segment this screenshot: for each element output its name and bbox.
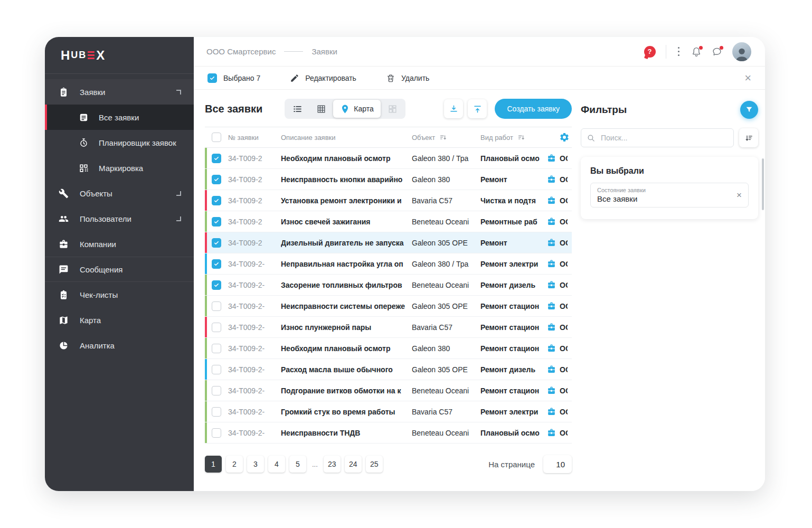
per-page-input[interactable] [543, 455, 572, 473]
pagination-page-3[interactable]: 3 [247, 456, 264, 473]
sort-icon[interactable] [439, 134, 447, 142]
kanban-view-icon[interactable] [381, 100, 404, 118]
chevron-expand-icon[interactable] [176, 191, 181, 196]
row-checkbox[interactable] [212, 154, 221, 163]
sidebar-item-chek-listy[interactable]: Чек-листы [45, 282, 194, 307]
selected-filters-title: Вы выбрали [590, 166, 749, 176]
sidebar-item-kompanii[interactable]: Компании [45, 231, 194, 257]
pagination-page-2[interactable]: 2 [226, 456, 243, 473]
pagination-page-25[interactable]: 25 [366, 456, 383, 473]
row-checkbox[interactable] [212, 407, 221, 417]
column-work-type-label: Вид работ [480, 134, 513, 142]
table-row[interactable]: 34-T009-2-Неисправности ТНДВBeneteau Oce… [205, 422, 572, 444]
sidebar-item-polzovateli[interactable]: Пользователи [45, 206, 194, 231]
filter-funnel-button[interactable] [740, 101, 758, 119]
row-checkbox[interactable] [212, 175, 221, 184]
filter-chip: Состояние заявки Все заявки × [590, 183, 749, 208]
user-avatar[interactable] [732, 42, 751, 61]
request-description: Дизельный двигатель не запуска [281, 239, 412, 247]
pagination-page-1[interactable]: 1 [205, 456, 222, 473]
row-checkbox[interactable] [212, 323, 221, 332]
pagination-page-4[interactable]: 4 [268, 456, 285, 473]
request-company-name: ООО [560, 218, 568, 226]
grid-view-icon[interactable] [309, 100, 333, 118]
briefcase-small-icon [547, 259, 556, 268]
download-button[interactable] [444, 99, 463, 118]
close-icon[interactable]: × [744, 72, 751, 84]
sort-button[interactable] [739, 128, 758, 147]
sidebar-item-karta[interactable]: Карта [45, 307, 194, 333]
table-row[interactable]: 34-T009-2-Неправильная настройка угла оп… [205, 253, 572, 275]
table-row[interactable]: 34-T009-2-Необходим плановый осмотрGaleo… [205, 338, 572, 359]
pagination-page-23[interactable]: 23 [324, 456, 341, 473]
chevron-collapse-icon[interactable] [176, 90, 181, 95]
column-settings-gear-icon[interactable] [559, 132, 572, 143]
table-row[interactable]: 34-T009-2-Засорение топливных фильтровBe… [205, 275, 572, 296]
column-request-id[interactable]: № заявки [228, 134, 281, 142]
row-checkbox[interactable] [212, 217, 221, 227]
row-checkbox[interactable] [212, 301, 221, 311]
app-window: HUBX ЗаявкиВсе заявкиПланировщик заявокМ… [45, 37, 765, 491]
row-checkbox[interactable] [212, 259, 221, 269]
column-object[interactable]: Объект [412, 134, 480, 142]
list-view-icon[interactable] [286, 100, 309, 118]
header-checkbox[interactable] [212, 133, 221, 142]
sidebar: HUBX ЗаявкиВсе заявкиПланировщик заявокМ… [45, 37, 194, 491]
request-id: 34-T009-2 [228, 196, 281, 205]
table-row[interactable]: 34-T009-2-Расход масла выше обычногоGale… [205, 359, 572, 380]
sidebar-item-vse-zayavki[interactable]: Все заявки [45, 105, 194, 130]
column-description[interactable]: Описание заявки [281, 134, 412, 142]
sidebar-item-planirovshchik[interactable]: Планировщик заявок [45, 130, 194, 155]
kebab-menu-icon[interactable] [676, 45, 682, 58]
table-row[interactable]: 34-T009-2Дизельный двигатель не запускаG… [205, 232, 572, 253]
request-description: Громкий стук во время работы [281, 408, 412, 416]
sidebar-item-obekty[interactable]: Объекты [45, 181, 194, 206]
table-row[interactable]: 34-T009-2Износ свечей зажиганияBeneteau … [205, 211, 572, 232]
table-row[interactable]: 34-T009-2Необходим плановый осмотрGaleon… [205, 148, 572, 169]
row-checkbox[interactable] [212, 344, 221, 353]
table-row[interactable]: 34-T009-2Установка ремонт электроники иB… [205, 190, 572, 211]
request-object: Beneteau Oceani [412, 281, 480, 289]
messages-bubble-icon[interactable] [712, 46, 722, 57]
table-row[interactable]: 34-T009-2-Неисправности системы опережеG… [205, 296, 572, 317]
create-request-button[interactable]: Создать заявку [495, 99, 572, 119]
edit-button[interactable]: Редактировать [290, 73, 356, 83]
scrollbar[interactable] [762, 158, 764, 210]
request-company: ООО [547, 175, 572, 184]
sidebar-item-analitka[interactable]: Аналитка [45, 333, 194, 358]
request-description: Необходим плановый осмотр [281, 154, 412, 163]
sidebar-item-label: Чек-листы [80, 290, 118, 299]
upload-button[interactable] [468, 99, 487, 118]
chip-remove-icon[interactable]: × [737, 191, 742, 200]
sidebar-item-zayavki[interactable]: Заявки [45, 79, 194, 105]
row-checkbox[interactable] [212, 365, 221, 374]
sidebar-item-markirovka[interactable]: Маркировка [45, 155, 194, 181]
help-icon[interactable]: ? [644, 46, 656, 58]
pagination-page-5[interactable]: 5 [289, 456, 306, 473]
delete-button[interactable]: Удалить [386, 73, 429, 83]
chevron-expand-icon[interactable] [176, 216, 181, 221]
column-work-type[interactable]: Вид работ [480, 134, 547, 142]
logo-e-bars-icon [88, 51, 95, 59]
briefcase-icon [59, 239, 69, 249]
row-checkbox[interactable] [212, 196, 221, 205]
pagination-page-24[interactable]: 24 [345, 456, 362, 473]
table-row[interactable]: 34-T009-2-Громкий стук во время работыBa… [205, 401, 572, 422]
clipboard-icon [59, 87, 69, 97]
notifications-bell-icon[interactable] [691, 46, 702, 57]
table-row[interactable]: 34-T009-2-Подгорание витков обмотки на к… [205, 380, 572, 401]
sort-icon[interactable] [517, 134, 525, 142]
status-stripe [205, 422, 207, 443]
row-checkbox[interactable] [212, 238, 221, 248]
table-row[interactable]: 34-T009-2-Износ плунжерной парыBavaria C… [205, 317, 572, 338]
row-checkbox[interactable] [212, 428, 221, 438]
row-checkbox[interactable] [212, 280, 221, 290]
search-input[interactable] [600, 133, 728, 143]
select-all-checkbox[interactable] [207, 73, 217, 83]
status-stripe [205, 190, 207, 211]
table-row[interactable]: 34-T009-2Неисправность кнопки аварийноGa… [205, 169, 572, 190]
row-checkbox[interactable] [212, 386, 221, 395]
sidebar-item-soobshcheniya[interactable]: Сообщения [45, 257, 194, 282]
map-view-tab[interactable]: Карта [333, 100, 380, 118]
request-id: 34-T009-2 [228, 154, 281, 163]
